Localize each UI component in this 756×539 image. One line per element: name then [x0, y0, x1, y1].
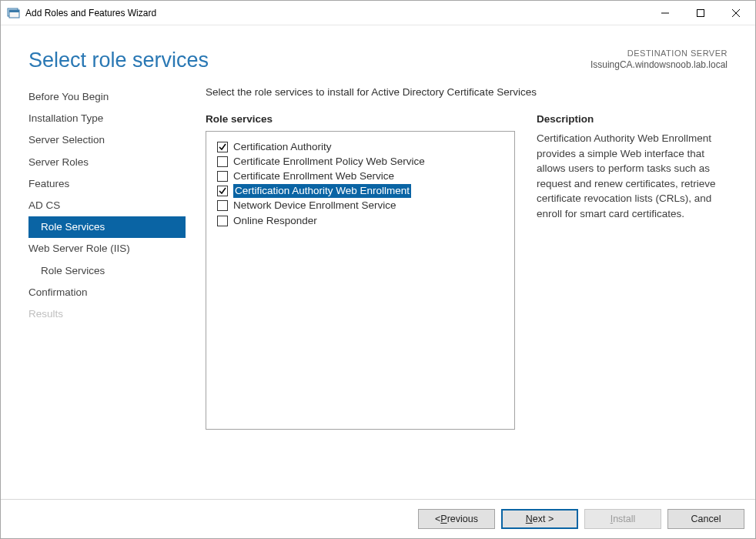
checkbox-icon[interactable]	[217, 171, 228, 182]
destination-server-block: DESTINATION SERVER IssuingCA.windowsnoob…	[590, 49, 728, 70]
install-button: Install	[584, 509, 661, 529]
button-label: Cancel	[691, 514, 721, 524]
role-service-item-cepolicy-web[interactable]: Certificate Enrollment Policy Web Servic…	[217, 154, 503, 169]
description-text: Certification Authority Web Enrollment p…	[537, 131, 728, 221]
nav-features[interactable]: Features	[28, 173, 178, 195]
window-controls	[647, 2, 754, 25]
nav-results: Results	[28, 303, 178, 325]
role-services-column: Role services Certification Authority Ce…	[206, 113, 515, 430]
button-prefix: <	[435, 514, 440, 524]
titlebar: Add Roles and Features Wizard	[1, 1, 755, 25]
button-suffix: ext >	[533, 514, 554, 524]
destination-label: DESTINATION SERVER	[590, 49, 728, 58]
close-button[interactable]	[718, 2, 754, 25]
checkbox-icon[interactable]	[217, 186, 228, 196]
role-services-heading: Role services	[206, 113, 515, 125]
main-panel: Select the role services to install for …	[178, 86, 728, 430]
instruction-text: Select the role services to install for …	[206, 86, 728, 98]
svg-rect-2	[9, 10, 19, 12]
svg-rect-3	[697, 9, 704, 16]
nav-web-server-role-iis[interactable]: Web Server Role (IIS)	[28, 238, 178, 259]
previous-button[interactable]: < Previous	[418, 509, 495, 529]
window-title: Add Roles and Features Wizard	[25, 8, 156, 18]
cancel-button[interactable]: Cancel	[667, 509, 744, 529]
checkbox-icon[interactable]	[217, 200, 228, 211]
role-service-item-ndes[interactable]: Network Device Enrollment Service	[217, 199, 503, 213]
button-mnemonic: P	[440, 514, 447, 524]
wizard-nav: Before You Begin Installation Type Serve…	[28, 86, 178, 430]
next-button[interactable]: Next >	[501, 509, 578, 529]
page-title: Select role services	[28, 49, 209, 72]
role-service-item-ca-web-enrollment[interactable]: Certification Authority Web Enrollment	[217, 184, 503, 199]
role-service-label: Certificate Enrollment Web Service	[233, 169, 394, 183]
role-service-item-ce-web[interactable]: Certificate Enrollment Web Service	[217, 169, 503, 183]
description-column: Description Certification Authority Web …	[537, 113, 728, 430]
footer: < Previous Next > Install Cancel	[1, 499, 755, 538]
minimize-button[interactable]	[647, 2, 683, 25]
nav-confirmation[interactable]: Confirmation	[28, 282, 178, 303]
button-mnemonic: N	[526, 514, 533, 524]
nav-role-services-iis[interactable]: Role Services	[28, 260, 178, 282]
button-suffix: nstall	[613, 514, 635, 524]
role-service-label: Network Device Enrollment Service	[233, 199, 396, 213]
role-services-listbox[interactable]: Certification Authority Certificate Enro…	[206, 131, 515, 430]
role-service-label: Certification Authority	[233, 140, 332, 154]
nav-ad-cs[interactable]: AD CS	[28, 195, 178, 216]
destination-server: IssuingCA.windowsnoob.lab.local	[590, 59, 728, 70]
role-service-label: Certification Authority Web Enrollment	[233, 184, 411, 198]
role-service-label: Certificate Enrollment Policy Web Servic…	[233, 155, 425, 169]
checkbox-icon[interactable]	[217, 216, 228, 226]
nav-server-selection[interactable]: Server Selection	[28, 129, 178, 151]
description-heading: Description	[537, 113, 728, 125]
content: Before You Begin Installation Type Serve…	[1, 86, 755, 430]
role-service-item-online-responder[interactable]: Online Responder	[217, 213, 503, 228]
nav-installation-type[interactable]: Installation Type	[28, 108, 178, 129]
checkbox-icon[interactable]	[217, 156, 228, 167]
maximize-button[interactable]	[683, 2, 718, 25]
header: Select role services DESTINATION SERVER …	[1, 25, 755, 86]
nav-role-services-adcs[interactable]: Role Services	[28, 216, 186, 238]
role-service-label: Online Responder	[233, 214, 317, 228]
nav-server-roles[interactable]: Server Roles	[28, 152, 178, 173]
role-service-item-cert-authority[interactable]: Certification Authority	[217, 139, 503, 154]
wizard-icon	[7, 6, 21, 20]
button-suffix: revious	[447, 514, 478, 524]
nav-before-you-begin[interactable]: Before You Begin	[28, 86, 178, 108]
checkbox-icon[interactable]	[217, 142, 228, 152]
